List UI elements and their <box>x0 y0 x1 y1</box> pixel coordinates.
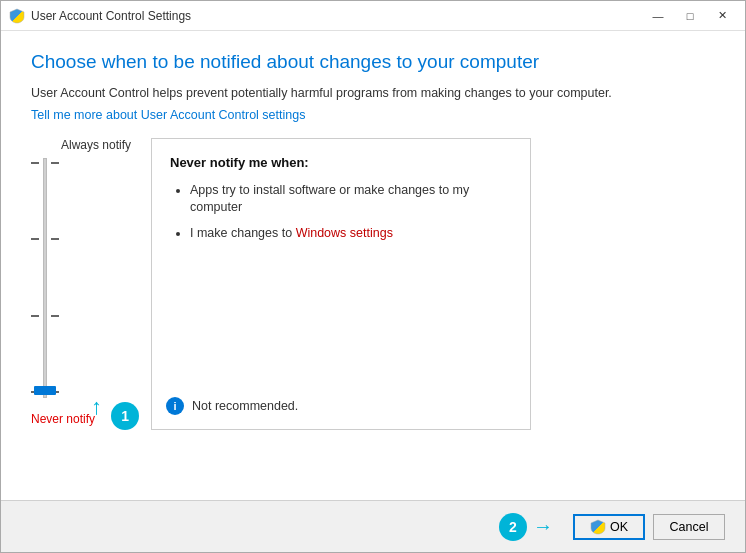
info-panel-title: Never notify me when: <box>170 155 512 170</box>
slider-thumb[interactable] <box>34 386 56 395</box>
slider-bottom: Never notify ↑ 1 <box>31 402 139 430</box>
slider-column: Always notify <box>31 138 131 430</box>
tick-mark <box>31 238 39 240</box>
tick-mark <box>31 315 39 317</box>
annotation-circle-1: 1 <box>111 402 139 430</box>
uac-shield-icon <box>9 8 25 24</box>
close-button[interactable]: ✕ <box>707 6 737 26</box>
tick-mark <box>51 315 59 317</box>
window: User Account Control Settings — □ ✕ Choo… <box>0 0 746 553</box>
info-panel-item-2: I make changes to Windows settings <box>190 225 512 243</box>
always-notify-label: Always notify <box>61 138 131 152</box>
tick-mark <box>31 162 39 164</box>
info-panel: Never notify me when: Apps try to instal… <box>151 138 531 430</box>
cancel-button[interactable]: Cancel <box>653 514 725 540</box>
left-ticks <box>31 158 39 398</box>
ok-button[interactable]: OK <box>573 514 645 540</box>
main-content: Choose when to be notified about changes… <box>1 31 745 500</box>
info-panel-list: Apps try to install software or make cha… <box>170 182 512 243</box>
not-recommended-text: Not recommended. <box>192 399 298 413</box>
annotation-arrow-2: → <box>533 515 553 538</box>
window-title: User Account Control Settings <box>31 9 643 23</box>
maximize-button[interactable]: □ <box>675 6 705 26</box>
slider-info-area: Always notify <box>31 138 715 430</box>
slider-track[interactable] <box>43 158 47 398</box>
windows-settings-text: Windows settings <box>296 226 393 240</box>
minimize-button[interactable]: — <box>643 6 673 26</box>
annotation-arrow-1: ↑ <box>91 396 102 418</box>
learn-more-link[interactable]: Tell me more about User Account Control … <box>31 108 305 122</box>
ok-shield-icon <box>590 519 606 535</box>
info-icon: i <box>166 397 184 415</box>
never-notify-label: Never notify <box>31 412 95 426</box>
footer-bar: 2 → OK Cancel <box>1 500 745 552</box>
title-bar: User Account Control Settings — □ ✕ <box>1 1 745 31</box>
info-panel-item-1: Apps try to install software or make cha… <box>190 182 512 217</box>
tick-mark <box>51 238 59 240</box>
annotation-circle-2: 2 <box>499 513 527 541</box>
main-heading: Choose when to be notified about changes… <box>31 51 715 73</box>
slider-track-area <box>31 158 59 398</box>
footer-annotation-area: 2 → <box>499 513 557 541</box>
window-controls: — □ ✕ <box>643 6 737 26</box>
right-ticks <box>51 158 59 398</box>
not-recommended-area: i Not recommended. <box>166 397 298 415</box>
tick-mark <box>51 162 59 164</box>
ok-label: OK <box>610 520 628 534</box>
description-text: User Account Control helps prevent poten… <box>31 85 715 103</box>
